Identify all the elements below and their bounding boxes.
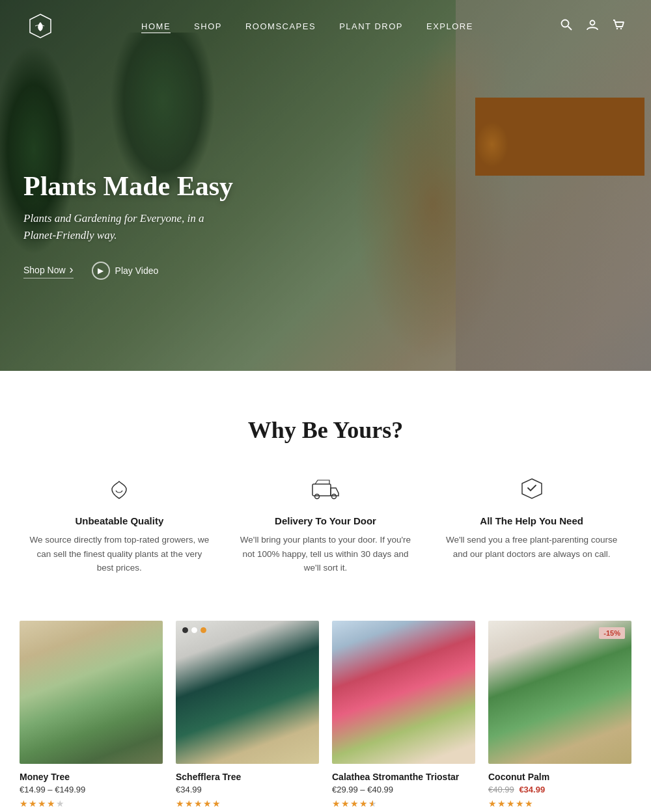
schefflera-stars: ★★★★★ (176, 798, 319, 809)
coconut-price: €40.99 €34.99 (488, 785, 631, 794)
dot-dark (182, 627, 188, 633)
calathea-name: Calathea Stromanthe Triostar (332, 772, 475, 782)
quality-title: Unbeatable Quality (28, 515, 210, 526)
svg-point-2 (561, 20, 568, 27)
feature-quality: Unbeatable Quality We source directly fr… (28, 476, 210, 575)
money-tree-price: €14.99 – €149.99 (20, 785, 163, 794)
calathea-img-bg (332, 621, 475, 764)
play-video-button[interactable]: ▶ Play Video (92, 262, 159, 280)
feature-help: All The Help You Need We'll send you a f… (441, 476, 623, 575)
money-tree-stars: ★★★★★ (20, 798, 163, 809)
calathea-image (332, 621, 475, 764)
nav-home[interactable]: HOME (141, 21, 171, 33)
why-section: Why Be Yours? Unbeatable Quality We sour… (0, 371, 651, 608)
svg-point-8 (314, 494, 319, 499)
cart-icon[interactable] (612, 18, 625, 34)
calathea-stars: ★★★★★★ (332, 798, 475, 809)
schefflera-price: €34.99 (176, 785, 319, 794)
products-section: Money Tree €14.99 – €149.99 ★★★★★ Scheff… (0, 608, 651, 812)
shop-now-button[interactable]: Shop Now (23, 263, 74, 278)
svg-point-5 (616, 27, 618, 29)
hero-title: Plants Made Easy (23, 171, 233, 201)
nav-icons (560, 18, 625, 34)
coconut-price-sale: €34.99 (519, 785, 545, 794)
logo (26, 12, 55, 40)
account-icon[interactable] (586, 18, 599, 34)
help-title: All The Help You Need (441, 515, 623, 526)
coconut-name: Coconut Palm (488, 772, 631, 782)
delivery-title: Delivery To Your Door (234, 515, 417, 526)
coconut-stars: ★★★★★ (488, 798, 631, 809)
quality-icon (28, 476, 210, 506)
delivery-desc: We'll bring your plants to your door. If… (234, 533, 417, 575)
schefflera-name: Schefflera Tree (176, 772, 319, 782)
svg-rect-7 (312, 484, 331, 496)
hero-actions: Shop Now ▶ Play Video (23, 262, 233, 280)
product-card-coconut[interactable]: -15% Coconut Palm €40.99 €34.99 ★★★★★ (488, 621, 631, 809)
features-grid: Unbeatable Quality We source directly fr… (26, 476, 625, 575)
svg-point-6 (620, 27, 622, 29)
svg-point-9 (331, 494, 336, 499)
quality-desc: We source directly from top-rated grower… (28, 533, 210, 575)
play-icon: ▶ (92, 262, 110, 280)
nav-links: HOME SHOP ROOMSCAPES PLANT DROP EXPLORE (141, 20, 473, 32)
coconut-price-old: €40.99 (488, 785, 514, 794)
hero-subtitle: Plants and Gardening for Everyone, in a … (23, 210, 206, 243)
calathea-price: €29.99 – €40.99 (332, 785, 475, 794)
product-card-calathea[interactable]: Calathea Stromanthe Triostar €29.99 – €4… (332, 621, 475, 809)
money-tree-name: Money Tree (20, 772, 163, 782)
nav-roomscapes[interactable]: ROOMSCAPES (245, 21, 316, 31)
money-tree-image (20, 621, 163, 764)
svg-line-3 (568, 26, 572, 30)
navigation: HOME SHOP ROOMSCAPES PLANT DROP EXPLORE (0, 0, 651, 52)
schefflera-dots (182, 627, 206, 633)
dot-white (191, 627, 197, 633)
coconut-img-bg (488, 621, 631, 764)
nav-plant-drop[interactable]: PLANT DROP (339, 21, 403, 31)
money-tree-img-bg (20, 621, 163, 764)
coconut-image: -15% (488, 621, 631, 764)
help-desc: We'll send you a free plant-parenting co… (441, 533, 623, 561)
hero-section: HOME SHOP ROOMSCAPES PLANT DROP EXPLORE (0, 0, 651, 371)
schefflera-img-bg (176, 621, 319, 764)
svg-point-4 (590, 20, 594, 25)
dot-orange (201, 627, 206, 633)
products-grid: Money Tree €14.99 – €149.99 ★★★★★ Scheff… (20, 621, 631, 809)
search-icon[interactable] (560, 18, 573, 34)
hero-content: Plants Made Easy Plants and Gardening fo… (23, 171, 233, 280)
coconut-badge: -15% (599, 627, 625, 639)
why-title: Why Be Yours? (26, 416, 625, 444)
product-card-money-tree[interactable]: Money Tree €14.99 – €149.99 ★★★★★ (20, 621, 163, 809)
nav-shop[interactable]: SHOP (194, 21, 222, 31)
product-card-schefflera[interactable]: Schefflera Tree €34.99 ★★★★★ (176, 621, 319, 809)
nav-explore[interactable]: EXPLORE (426, 21, 473, 31)
feature-delivery: Delivery To Your Door We'll bring your p… (234, 476, 417, 575)
help-icon (441, 476, 623, 506)
delivery-icon (234, 476, 417, 506)
schefflera-image (176, 621, 319, 764)
